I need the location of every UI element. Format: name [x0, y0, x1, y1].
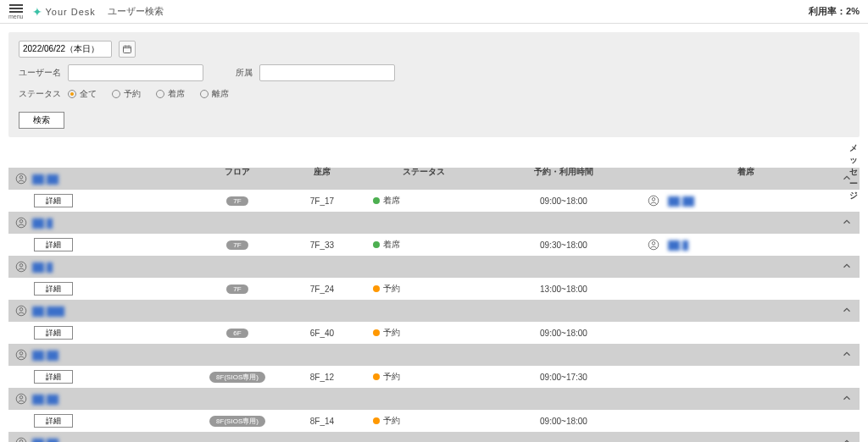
- user-group-row[interactable]: ██ ███: [8, 300, 860, 322]
- dept-label: 所属: [210, 67, 253, 79]
- time-value: 09:00~18:00: [483, 417, 644, 426]
- avatar-icon: [15, 261, 27, 273]
- table-header: フロア 座席 ステータス 予約・利用時間 着席 メッセージ: [8, 142, 860, 168]
- time-value: 09:00~18:00: [483, 196, 644, 206]
- utilization-rate: 利用率：2%: [809, 5, 860, 18]
- seat-value: 8F_14: [280, 417, 364, 426]
- svg-rect-0: [124, 47, 131, 53]
- seated-user-link[interactable]: ██ ██: [668, 196, 694, 206]
- date-input[interactable]: [19, 41, 112, 58]
- svg-point-14: [19, 352, 23, 356]
- avatar-icon: [15, 349, 27, 361]
- user-link[interactable]: ██ ███: [32, 307, 64, 316]
- status-value: 予約: [364, 283, 483, 295]
- avatar-icon: [648, 195, 659, 207]
- floor-pill: 7F: [226, 240, 248, 250]
- svg-point-12: [19, 308, 23, 312]
- user-link[interactable]: ██ ██: [32, 395, 58, 404]
- user-link[interactable]: ██ █: [32, 218, 53, 228]
- status-filter-label: ステータス: [19, 88, 61, 100]
- seat-value: 6F_40: [280, 329, 364, 338]
- avatar-icon: [15, 393, 27, 405]
- detail-button[interactable]: 詳細: [34, 194, 73, 207]
- detail-button[interactable]: 詳細: [34, 282, 73, 296]
- chevron-up-icon[interactable]: [841, 260, 853, 273]
- floor-pill: 7F: [226, 285, 248, 294]
- user-link[interactable]: ██ █: [32, 262, 53, 272]
- status-radio[interactable]: 着席: [156, 88, 185, 100]
- status-value: 予約: [364, 371, 483, 383]
- table-row: 詳細8F(SIOS専用)8F_12予約09:00~17:30: [8, 366, 860, 388]
- avatar-icon: [15, 217, 27, 229]
- status-radio[interactable]: 離席: [200, 88, 229, 100]
- calendar-icon: [122, 44, 132, 54]
- detail-button[interactable]: 詳細: [34, 326, 73, 340]
- svg-point-6: [19, 220, 23, 224]
- seat-value: 8F_12: [280, 373, 364, 382]
- time-value: 09:00~18:00: [483, 329, 644, 338]
- user-group-row[interactable]: ██ ██: [8, 388, 860, 410]
- floor-pill: 8F(SIOS専用): [209, 416, 265, 427]
- svg-point-16: [19, 396, 23, 400]
- search-button[interactable]: 検索: [19, 112, 64, 129]
- table-row: 詳細6F6F_40予約09:00~18:00: [8, 322, 860, 344]
- detail-button[interactable]: 詳細: [34, 370, 73, 384]
- detail-button[interactable]: 詳細: [34, 414, 73, 428]
- top-bar: menu ✦ Your Desk ユーザー検索 利用率：2%: [0, 0, 868, 24]
- user-group-row[interactable]: ██ █: [8, 212, 860, 234]
- col-floor: フロア: [195, 166, 280, 178]
- svg-point-2: [19, 176, 23, 180]
- floor-pill: 6F: [226, 329, 248, 338]
- seat-value: 7F_24: [280, 285, 364, 294]
- menu-icon[interactable]: menu: [8, 3, 24, 19]
- status-value: 着席: [364, 239, 483, 251]
- user-name-input[interactable]: [68, 64, 203, 81]
- col-status: ステータス: [364, 166, 483, 178]
- svg-point-10: [19, 264, 23, 268]
- chevron-up-icon[interactable]: [841, 348, 853, 362]
- user-name-label: ユーザー名: [19, 67, 61, 79]
- page-title: ユーザー検索: [108, 5, 164, 18]
- avatar-icon: [15, 173, 27, 185]
- table-row: 詳細8F(SIOS専用)8F_14予約09:00~18:00: [8, 410, 860, 432]
- seated-value: ██ ██: [644, 195, 848, 207]
- svg-point-8: [652, 242, 655, 246]
- status-radio[interactable]: 全て: [68, 88, 97, 100]
- dept-input[interactable]: [259, 64, 395, 81]
- chevron-up-icon[interactable]: [841, 304, 853, 318]
- seated-user-link[interactable]: ██ █: [668, 240, 688, 250]
- seat-value: 7F_33: [280, 240, 364, 250]
- chevron-up-icon[interactable]: [841, 172, 853, 185]
- avatar-icon: [15, 437, 27, 442]
- table-row: 詳細7F7F_33着席09:30~18:00██ █: [8, 234, 860, 256]
- floor-pill: 7F: [226, 196, 248, 206]
- table-row: 詳細7F7F_17着席09:00~18:00██ ██: [8, 190, 860, 212]
- user-link[interactable]: ██ ██: [32, 439, 58, 443]
- user-group-row[interactable]: ██ ██: [8, 432, 860, 442]
- status-value: 着席: [364, 195, 483, 207]
- col-seat: 座席: [280, 166, 364, 178]
- brand-text: Your Desk: [46, 7, 96, 17]
- user-group-row[interactable]: ██ █: [8, 256, 860, 278]
- seat-value: 7F_17: [280, 196, 364, 206]
- status-value: 予約: [364, 415, 483, 427]
- avatar-icon: [648, 239, 659, 251]
- chevron-up-icon[interactable]: [841, 216, 853, 229]
- time-value: 13:00~18:00: [483, 285, 644, 294]
- filter-panel: ユーザー名 所属 ステータス 全て予約着席離席 検索: [8, 32, 860, 137]
- col-time: 予約・利用時間: [483, 166, 644, 178]
- time-value: 09:00~17:30: [483, 373, 644, 382]
- user-link[interactable]: ██ ██: [32, 174, 58, 184]
- col-seated: 着席: [644, 166, 848, 178]
- detail-button[interactable]: 詳細: [34, 238, 73, 251]
- user-group-row[interactable]: ██ ██: [8, 344, 860, 366]
- status-radio[interactable]: 予約: [112, 88, 141, 100]
- svg-point-4: [652, 198, 655, 202]
- time-value: 09:30~18:00: [483, 240, 644, 250]
- chevron-up-icon[interactable]: [841, 392, 853, 406]
- user-link[interactable]: ██ ██: [32, 351, 58, 360]
- avatar-icon: [15, 305, 27, 317]
- calendar-button[interactable]: [119, 41, 136, 58]
- chevron-up-icon[interactable]: [841, 436, 853, 442]
- status-value: 予約: [364, 327, 483, 339]
